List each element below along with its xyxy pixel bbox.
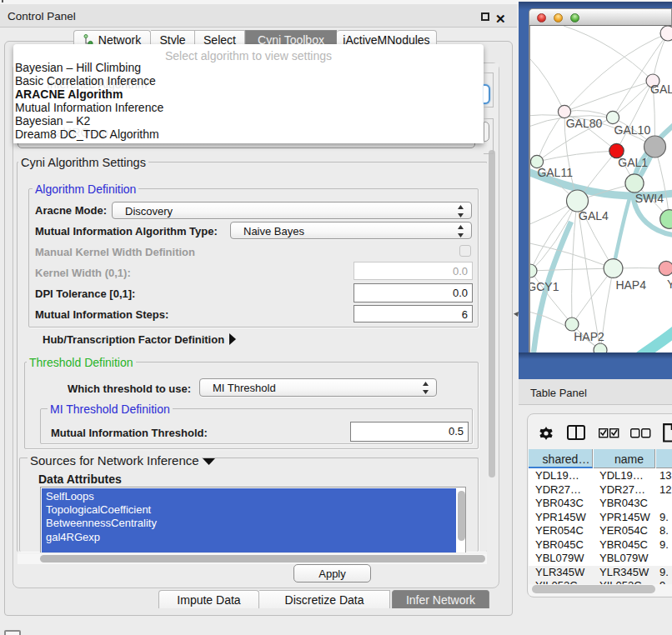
- svg-text:HAP4: HAP4: [615, 278, 646, 292]
- svg-text:GAL10: GAL10: [614, 123, 651, 137]
- svg-text:HAP2: HAP2: [574, 330, 604, 343]
- svg-text:GCY1: GCY1: [530, 280, 559, 293]
- svg-text:GAL: GAL: [650, 82, 672, 96]
- svg-text:GAL80: GAL80: [566, 117, 603, 130]
- svg-text:SWI4: SWI4: [635, 192, 664, 205]
- svg-text:GAL1: GAL1: [618, 156, 648, 169]
- svg-text:Y: Y: [667, 278, 672, 291]
- svg-text:GAL11: GAL11: [537, 166, 573, 179]
- svg-text:GAL4: GAL4: [579, 209, 609, 222]
